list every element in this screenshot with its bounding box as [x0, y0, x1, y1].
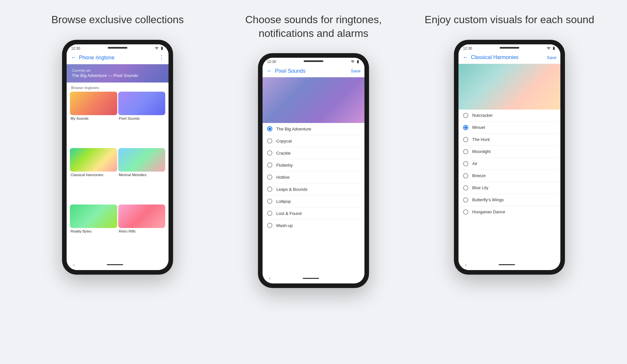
- nav-back-visuals[interactable]: ‹: [465, 262, 467, 267]
- radio-hunt[interactable]: [463, 137, 468, 142]
- radio-flutterby[interactable]: [267, 162, 272, 168]
- sound-item-hunt[interactable]: The Hunt: [458, 134, 560, 146]
- collection-name-reality: Reality Bytes: [70, 229, 91, 233]
- app-bar-browse: ← Phone ringtone ⋮: [67, 52, 169, 64]
- collection-classical[interactable]: Classical Harmonies: [70, 148, 117, 204]
- collection-minimal[interactable]: Minimal Melodies: [118, 148, 166, 204]
- sound-name-copycat: Copycat: [276, 139, 292, 144]
- sound-item-hungarian[interactable]: Hungarian Dance: [458, 206, 560, 218]
- sound-item-hotline[interactable]: Hotline: [263, 171, 364, 183]
- radio-big-adventure[interactable]: [267, 126, 272, 131]
- phone-screen-visuals: 12:30 ← Classical Harmonies Save: [458, 44, 560, 270]
- collection-name-pixel-sounds: Pixel Sounds: [118, 116, 140, 120]
- sound-list: The Big Adventure Copycat Crackle Flutte…: [263, 123, 364, 274]
- status-icons-sounds: [351, 60, 360, 64]
- save-button-visuals[interactable]: Save: [547, 55, 556, 60]
- sound-name-lost: Lost & Found: [276, 211, 301, 216]
- sound-list-visuals: Nutcracker Minuet The Hunt Moonlight: [458, 110, 560, 260]
- sound-item-moonlight[interactable]: Moonlight: [458, 146, 560, 158]
- sound-name-lollipop: Lollipop: [276, 199, 291, 204]
- collection-reality[interactable]: Reality Bytes: [70, 205, 117, 260]
- sound-item-big-adventure[interactable]: The Big Adventure: [263, 123, 364, 135]
- radio-crackle[interactable]: [267, 150, 272, 156]
- sound-name-big-adventure: The Big Adventure: [276, 127, 311, 131]
- time-sounds: 12:30: [267, 60, 276, 64]
- status-icons-browse: [155, 46, 164, 50]
- radio-moonlight[interactable]: [463, 149, 468, 154]
- radio-blue-lily[interactable]: [463, 185, 468, 190]
- radio-nutcracker[interactable]: [463, 113, 468, 118]
- visual-banner-sounds: [263, 77, 364, 123]
- app-bar-sounds: ← Pixel Sounds Save: [263, 65, 364, 77]
- home-indicator-visuals[interactable]: [499, 264, 515, 265]
- section-browse: Browse exclusive collections 12:30 ← Pho…: [26, 13, 209, 275]
- thumb-retro: [118, 205, 166, 228]
- sound-item-breeze[interactable]: Breeze: [458, 170, 560, 182]
- section-title-visuals: Enjoy custom visuals for each sound: [425, 13, 594, 27]
- sound-name-hunt: The Hunt: [472, 137, 490, 142]
- radio-copycat[interactable]: [267, 138, 272, 144]
- phone-speaker-sounds: [304, 60, 323, 62]
- sound-name-butterfly: Butterfly's Wings: [472, 197, 504, 202]
- radio-leaps[interactable]: [267, 187, 272, 192]
- browse-label: Browse ringtones: [67, 83, 169, 92]
- radio-breeze[interactable]: [463, 173, 468, 178]
- sound-name-crackle: Crackle: [276, 151, 291, 156]
- sound-item-nutcracker[interactable]: Nutcracker: [458, 110, 560, 122]
- more-menu-browse[interactable]: ⋮: [159, 54, 165, 61]
- app-bar-visuals: ← Classical Harmonies Save: [458, 52, 560, 64]
- radio-lost[interactable]: [267, 211, 272, 216]
- sound-name-leaps: Leaps & Bounds: [276, 187, 307, 192]
- nav-back-browse[interactable]: ‹: [73, 262, 75, 267]
- collection-name-minimal: Minimal Melodies: [118, 173, 147, 177]
- phone-sounds: 12:30 ← Pixel Sounds Save: [258, 53, 369, 288]
- radio-butterfly[interactable]: [463, 197, 468, 203]
- sound-name-breeze: Breeze: [472, 173, 486, 178]
- sound-item-leaps[interactable]: Leaps & Bounds: [263, 183, 364, 195]
- sound-name-blue-lily: Blue Lily: [472, 185, 488, 190]
- app-title-browse: Phone ringtone: [79, 55, 159, 61]
- sound-name-moonlight: Moonlight: [472, 149, 490, 154]
- time-visuals: 12:30: [463, 46, 472, 50]
- sound-item-butterfly[interactable]: Butterfly's Wings: [458, 194, 560, 206]
- sound-name-mashup: Mash-up: [276, 223, 293, 228]
- sound-name-minuet: Minuet: [472, 125, 485, 130]
- sound-item-mashup[interactable]: Mash-up: [263, 220, 364, 231]
- sound-item-lollipop[interactable]: Lollipop: [263, 195, 364, 207]
- status-icons-visuals: [547, 46, 556, 50]
- home-indicator-browse[interactable]: [107, 264, 123, 265]
- radio-air[interactable]: [463, 161, 468, 166]
- sound-item-flutterby[interactable]: Flutterby: [263, 159, 364, 171]
- thumb-minimal: [118, 148, 166, 172]
- phone-visuals: 12:30 ← Classical Harmonies Save: [454, 40, 565, 275]
- back-arrow-visuals[interactable]: ←: [462, 54, 468, 61]
- collection-retro[interactable]: Retro Riffs: [118, 205, 166, 260]
- sound-item-blue-lily[interactable]: Blue Lily: [458, 182, 560, 194]
- radio-mashup[interactable]: [267, 223, 272, 228]
- sound-item-crackle[interactable]: Crackle: [263, 147, 364, 159]
- save-button-sounds[interactable]: Save: [351, 68, 361, 73]
- sound-item-air[interactable]: Air: [458, 158, 560, 170]
- collection-name-classical: Classical Harmonies: [70, 173, 103, 177]
- collection-my-sounds[interactable]: My Sounds: [70, 92, 117, 147]
- back-arrow-sounds[interactable]: ←: [266, 68, 272, 74]
- sound-item-minuet[interactable]: Minuet: [458, 122, 560, 134]
- radio-hotline[interactable]: [267, 174, 272, 180]
- phone-speaker: [108, 47, 127, 49]
- sound-item-lost[interactable]: Lost & Found: [263, 207, 364, 220]
- section-title-browse: Browse exclusive collections: [51, 13, 184, 27]
- bottom-bar-sounds: ‹: [263, 274, 364, 283]
- radio-minuet[interactable]: [463, 125, 468, 130]
- phone-screen-browse: 12:30 ← Phone ringtone ⋮ Currently set T…: [67, 44, 169, 270]
- collection-pixel-sounds[interactable]: Pixel Sounds: [118, 92, 166, 147]
- radio-hungarian[interactable]: [463, 209, 468, 215]
- sound-name-air: Air: [472, 161, 477, 166]
- nav-back-sounds[interactable]: ‹: [269, 276, 271, 281]
- sound-item-copycat[interactable]: Copycat: [263, 135, 364, 147]
- back-arrow-browse[interactable]: ←: [71, 54, 76, 61]
- section-visuals: Enjoy custom visuals for each sound 12:3…: [418, 13, 601, 275]
- thumb-pixel-sounds: [118, 92, 166, 115]
- home-indicator-sounds[interactable]: [303, 278, 319, 279]
- thumb-classical: [70, 148, 117, 172]
- radio-lollipop[interactable]: [267, 199, 272, 204]
